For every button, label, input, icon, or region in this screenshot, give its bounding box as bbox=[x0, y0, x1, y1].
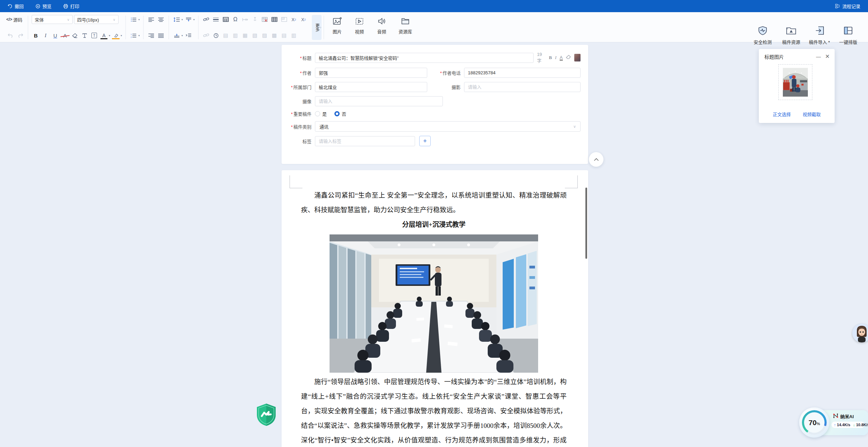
video-capture-link[interactable]: 视频截取 bbox=[803, 111, 821, 117]
special-char-icon[interactable]: Ω bbox=[231, 15, 240, 24]
title-eraser-icon[interactable] bbox=[566, 55, 571, 60]
insert-col-right-icon[interactable]: ▧ bbox=[251, 31, 259, 40]
antivirus-shield-float[interactable] bbox=[255, 403, 277, 427]
manuscript-import-button[interactable]: 稿件导入 ▼ bbox=[808, 26, 831, 45]
delete-row-icon[interactable]: ▤ bbox=[280, 31, 288, 40]
paste-text-glyph: T bbox=[91, 33, 97, 38]
eraser-icon[interactable] bbox=[71, 31, 79, 40]
merge-cells-icon[interactable]: ▨ bbox=[260, 31, 269, 40]
source-code-button[interactable]: </> 源码 bbox=[6, 16, 22, 23]
training-meeting-photo[interactable] bbox=[330, 234, 538, 373]
font-size-select[interactable]: 四号(18px)∨ bbox=[74, 15, 119, 24]
manuscript-resource-button[interactable]: 稿件资源 bbox=[780, 26, 803, 45]
important-no-radio[interactable]: 否 bbox=[334, 110, 346, 117]
unlink-icon[interactable] bbox=[202, 31, 210, 40]
department-input[interactable] bbox=[315, 82, 427, 92]
document-paragraph[interactable]: 施行“领导层战略引领、中层管理规范传导、一线实操为本”的“三维立体”培训机制，构… bbox=[301, 375, 567, 447]
insert-video-button[interactable]: 视频 bbox=[350, 15, 369, 40]
system-progress-widget[interactable]: 70 % bbox=[799, 407, 829, 438]
insert-col-left-icon[interactable]: ▦ bbox=[241, 31, 249, 40]
underline-icon[interactable]: U bbox=[51, 31, 59, 40]
table-properties-icon[interactable] bbox=[270, 15, 278, 24]
page-margin-mark bbox=[565, 175, 578, 188]
numbered-list-icon[interactable]: 12 bbox=[129, 31, 138, 40]
strikethrough-icon[interactable]: A bbox=[61, 31, 69, 40]
cell-properties-icon[interactable] bbox=[280, 15, 288, 24]
document-body[interactable]: 涌鑫公司紧扣“生命至上 安全第一”安全理念，以系统培训重塑认知、精准治理破解顽疾… bbox=[282, 170, 588, 447]
category-select[interactable]: 通讯 ∨ bbox=[315, 121, 581, 132]
preview-button[interactable]: 预览 bbox=[35, 3, 51, 9]
resource-library-button[interactable]: 资源库 bbox=[394, 15, 416, 40]
font-color-icon[interactable]: A bbox=[100, 31, 108, 40]
paragraph-space-after-icon[interactable] bbox=[172, 31, 181, 40]
clear-format-icon[interactable] bbox=[80, 31, 89, 40]
minimize-icon[interactable]: — bbox=[816, 54, 821, 59]
italic-icon[interactable]: I bbox=[41, 31, 50, 40]
delete-table-icon[interactable] bbox=[260, 15, 269, 24]
anchor-icon[interactable] bbox=[251, 15, 259, 24]
author-phone-input[interactable] bbox=[464, 68, 581, 78]
chevron-down-icon[interactable]: ▾ bbox=[109, 34, 110, 37]
align-left-icon[interactable] bbox=[147, 15, 155, 24]
ai-assistant-avatar[interactable] bbox=[852, 324, 868, 342]
more-tools-button[interactable]: 更多 › bbox=[312, 15, 322, 40]
author-input[interactable] bbox=[315, 68, 427, 78]
document-paragraph[interactable]: 涌鑫公司紧扣“生命至上 安全第一”安全理念，以系统培训重塑认知、精准治理破解顽疾… bbox=[301, 188, 567, 217]
superscript-icon[interactable]: X2 bbox=[299, 15, 308, 24]
page-break-icon[interactable] bbox=[241, 15, 249, 24]
chevron-down-icon[interactable]: ▾ bbox=[138, 18, 140, 21]
highlight-color-icon[interactable] bbox=[112, 31, 120, 40]
title-image-thumbnail[interactable] bbox=[574, 54, 581, 61]
font-family-select[interactable]: 宋体∨ bbox=[32, 15, 73, 24]
add-tag-button[interactable]: + bbox=[419, 136, 431, 146]
align-right-icon[interactable] bbox=[147, 31, 155, 40]
chevron-down-icon[interactable]: ▾ bbox=[181, 18, 183, 21]
title-italic-icon[interactable]: I bbox=[555, 55, 557, 60]
document-scrollbar[interactable] bbox=[585, 188, 587, 259]
title-image-thumbnail[interactable] bbox=[778, 64, 812, 100]
insert-image-button[interactable]: 图片 bbox=[327, 15, 347, 40]
one-click-layout-button[interactable]: 一键排版 bbox=[837, 26, 860, 45]
close-icon[interactable]: ✕ bbox=[825, 54, 830, 59]
indent-icon[interactable] bbox=[184, 31, 193, 40]
tag-input[interactable] bbox=[315, 136, 415, 146]
align-justify-icon[interactable] bbox=[157, 31, 165, 40]
camera-input[interactable] bbox=[315, 96, 443, 106]
collapse-form-button[interactable] bbox=[589, 152, 603, 167]
select-from-body-link[interactable]: 正文选择 bbox=[773, 111, 791, 117]
document-heading[interactable]: 分层培训+沉浸式教学 bbox=[301, 217, 567, 232]
paragraph-space-before-icon[interactable] bbox=[184, 15, 193, 24]
insert-row-below-icon[interactable]: ▥ bbox=[231, 31, 240, 40]
title-underline-icon[interactable]: A bbox=[560, 55, 563, 60]
chevron-down-icon[interactable]: ▾ bbox=[121, 34, 122, 37]
undo-action-button[interactable]: 撤回 bbox=[8, 3, 24, 9]
datetime-icon[interactable] bbox=[212, 31, 220, 40]
subscript-icon[interactable]: X2 bbox=[290, 15, 298, 24]
line-height-icon[interactable] bbox=[172, 15, 181, 24]
security-check-button[interactable]: 安全检测 bbox=[751, 26, 774, 45]
align-center-icon[interactable] bbox=[157, 15, 165, 24]
horizontal-rule-icon[interactable] bbox=[212, 15, 220, 24]
delete-col-icon[interactable]: ▥ bbox=[290, 31, 298, 40]
insert-table-icon[interactable] bbox=[221, 15, 230, 24]
important-yes-radio[interactable]: 是 bbox=[315, 110, 327, 117]
document-editor[interactable]: 涌鑫公司紧扣“生命至上 安全第一”安全理念，以系统培训重塑认知、精准治理破解顽疾… bbox=[282, 170, 588, 447]
redo-icon[interactable] bbox=[16, 31, 24, 40]
chevron-down-icon[interactable]: ▾ bbox=[138, 34, 140, 37]
chevron-down-icon[interactable]: ▾ bbox=[181, 34, 183, 37]
bold-icon[interactable]: B bbox=[32, 31, 40, 40]
title-input[interactable] bbox=[315, 53, 534, 63]
insert-row-above-icon[interactable]: ▤ bbox=[221, 31, 230, 40]
undo-icon[interactable] bbox=[6, 31, 15, 40]
split-cell-icon[interactable]: ▩ bbox=[270, 31, 278, 40]
print-button[interactable]: 打印 bbox=[63, 3, 79, 9]
paste-text-icon[interactable]: T bbox=[90, 31, 98, 40]
photographer-input[interactable] bbox=[464, 82, 581, 92]
insert-audio-button[interactable]: 音频 bbox=[372, 15, 391, 40]
insert-video-label: 视频 bbox=[355, 28, 364, 35]
title-bold-icon[interactable]: B bbox=[549, 55, 552, 60]
chevron-down-icon[interactable]: ▾ bbox=[193, 18, 195, 21]
link-icon[interactable] bbox=[202, 15, 210, 24]
bullet-list-icon[interactable] bbox=[129, 15, 138, 24]
process-record-button[interactable]: 流程记录 bbox=[835, 3, 860, 9]
